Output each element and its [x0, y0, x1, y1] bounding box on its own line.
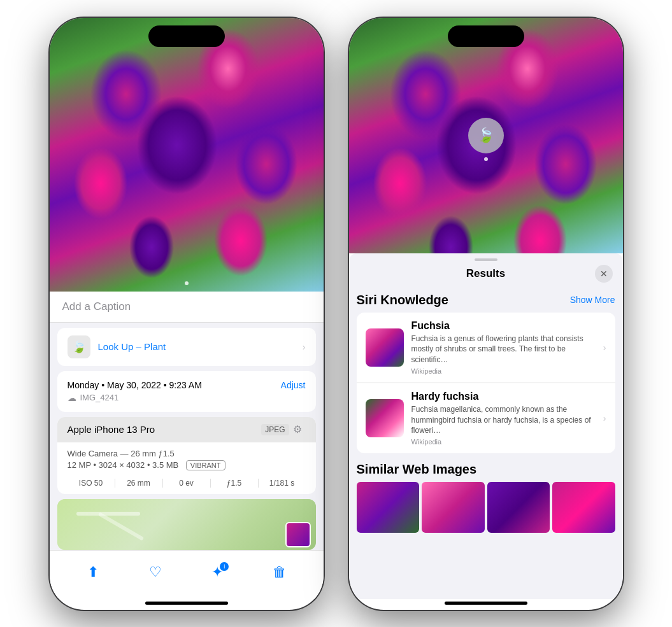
- results-content: Siri Knowledge Show More Fuchsia Fuchsia…: [349, 286, 623, 599]
- meta-date: Monday • May 30, 2022 • 9:23 AM: [68, 380, 202, 390]
- map-background: [57, 499, 316, 550]
- similar-img-3[interactable]: [487, 482, 550, 533]
- fuchsia-text: Fuchsia Fuchsia is a genus of flowering …: [411, 320, 596, 375]
- similar-images-title: Similar Web Images: [357, 462, 477, 477]
- resolution-spec: 12 MP • 3024 × 4032 • 3.5 MB VIBRANT: [68, 460, 306, 470]
- info-button[interactable]: ✦ i: [203, 558, 231, 586]
- lookup-row[interactable]: 🍃 Look Up – Plant ›: [57, 328, 316, 366]
- fuchsia-chevron: ›: [603, 342, 606, 353]
- lookup-chevron: ›: [303, 342, 306, 352]
- visual-lookup-button[interactable]: 🍃: [468, 118, 504, 153]
- left-screen: Add a Caption 🍃 Look Up – Plant › Monday…: [50, 18, 324, 610]
- fuchsia-source: Wikipedia: [411, 367, 596, 375]
- vibrant-badge: VIBRANT: [186, 460, 225, 470]
- exif-shutter: 1/181 s: [259, 479, 306, 488]
- lookup-label: Look Up – Plant: [98, 341, 166, 352]
- home-indicator-right: [445, 602, 527, 605]
- hardy-text: Hardy fuchsia Fuchsia magellanica, commo…: [411, 391, 596, 446]
- knowledge-item-hardy[interactable]: Hardy fuchsia Fuchsia magellanica, commo…: [357, 383, 615, 453]
- similar-images-grid: [357, 482, 615, 533]
- dynamic-island-right: [448, 25, 524, 47]
- similar-img-4[interactable]: [552, 482, 615, 533]
- map-thumbnail: [285, 522, 311, 547]
- device-header: Apple iPhone 13 Pro JPEG ⚙: [57, 417, 316, 442]
- fuchsia-desc: Fuchsia is a genus of flowering plants t…: [411, 334, 596, 365]
- info-area: Add a Caption 🍃 Look Up – Plant › Monday…: [50, 292, 324, 550]
- left-phone: Add a Caption 🍃 Look Up – Plant › Monday…: [50, 18, 324, 610]
- knowledge-card: Fuchsia Fuchsia is a genus of flowering …: [357, 313, 615, 454]
- exif-focal: 26 mm: [115, 479, 163, 488]
- results-header: Results ✕: [349, 261, 623, 286]
- siri-knowledge-header: Siri Knowledge Show More: [357, 293, 615, 307]
- device-section: Apple iPhone 13 Pro JPEG ⚙ Wide Camera —…: [57, 417, 316, 494]
- meta-section: Monday • May 30, 2022 • 9:23 AM Adjust ☁…: [57, 371, 316, 412]
- flower-overlay: [50, 18, 324, 292]
- hardy-desc: Fuchsia magellanica, commonly known as t…: [411, 404, 596, 436]
- device-name: Apple iPhone 13 Pro: [68, 424, 155, 435]
- toolbar: ⬆ ♡ ✦ i 🗑: [50, 550, 324, 599]
- caption-area[interactable]: Add a Caption: [50, 292, 324, 323]
- results-sheet: Results ✕ Siri Knowledge Show More Fuc: [349, 253, 623, 599]
- close-button[interactable]: ✕: [595, 265, 613, 283]
- camera-spec: Wide Camera — 26 mm ƒ1.5: [68, 449, 306, 458]
- fuchsia-thumbnail: [366, 328, 404, 367]
- heart-icon: ♡: [149, 564, 162, 581]
- right-photo-area[interactable]: 🍃: [349, 18, 623, 253]
- adjust-button[interactable]: Adjust: [281, 380, 306, 390]
- share-icon: ⬆: [87, 564, 99, 581]
- close-icon: ✕: [600, 269, 608, 279]
- delete-button[interactable]: 🗑: [266, 558, 294, 586]
- show-more-button[interactable]: Show More: [570, 295, 615, 305]
- hardy-chevron: ›: [603, 413, 606, 423]
- right-phone: 🍃 Results ✕ Siri Knowledge Show More: [349, 18, 623, 610]
- dynamic-island: [148, 25, 225, 47]
- similar-img-2[interactable]: [422, 482, 485, 533]
- photo-dot: [185, 281, 189, 285]
- home-indicator: [145, 602, 228, 605]
- results-title: Results: [466, 267, 505, 280]
- trash-icon: 🗑: [273, 564, 287, 581]
- exif-row: ISO 50 26 mm 0 ev ƒ1.5 1/181 s: [57, 479, 316, 494]
- leaf-icon: 🍃: [477, 127, 494, 144]
- right-screen: 🍃 Results ✕ Siri Knowledge Show More: [349, 18, 623, 610]
- info-badge: i: [220, 562, 229, 571]
- share-button[interactable]: ⬆: [79, 558, 107, 586]
- device-specs: Wide Camera — 26 mm ƒ1.5 12 MP • 3024 × …: [57, 442, 316, 479]
- cloud-icon: ☁: [68, 393, 76, 403]
- fuchsia-name: Fuchsia: [411, 320, 596, 332]
- exif-aperture: ƒ1.5: [211, 479, 259, 488]
- favorite-button[interactable]: ♡: [141, 558, 169, 586]
- filename: IMG_4241: [80, 393, 119, 402]
- hardy-thumbnail: [366, 399, 404, 437]
- exif-iso: ISO 50: [68, 479, 115, 488]
- siri-knowledge-title: Siri Knowledge: [357, 293, 448, 307]
- similar-img-1[interactable]: [357, 482, 420, 533]
- exif-ev: 0 ev: [163, 479, 211, 488]
- lookup-icon: 🍃: [68, 335, 90, 358]
- knowledge-item-fuchsia[interactable]: Fuchsia Fuchsia is a genus of flowering …: [357, 313, 615, 383]
- jpeg-badge: JPEG: [261, 424, 289, 435]
- photo-area[interactable]: [50, 18, 324, 292]
- caption-placeholder[interactable]: Add a Caption: [62, 300, 131, 313]
- visual-lookup-dot: [484, 157, 488, 161]
- gear-icon[interactable]: ⚙: [293, 423, 306, 436]
- hardy-source: Wikipedia: [411, 438, 596, 446]
- hardy-name: Hardy fuchsia: [411, 391, 596, 402]
- similar-images-header: Similar Web Images: [357, 462, 615, 477]
- map-area[interactable]: [57, 499, 316, 550]
